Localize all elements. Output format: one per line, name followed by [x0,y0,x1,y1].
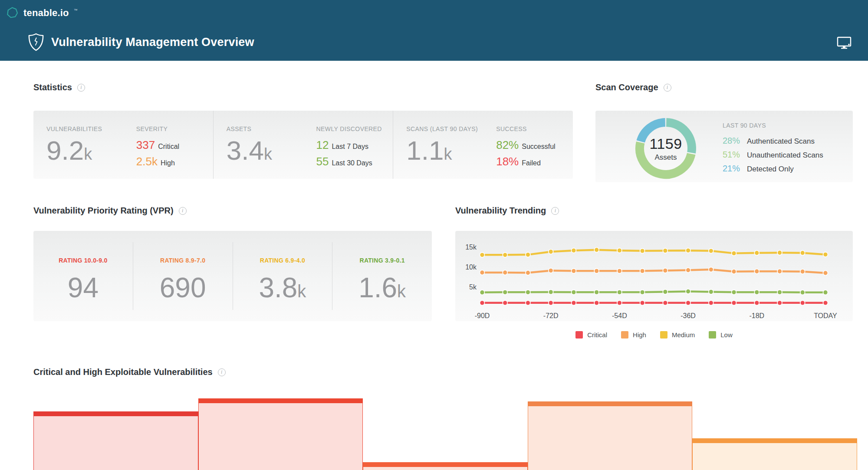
svg-text:15k: 15k [465,243,477,251]
stats-group-scans: SCANS (LAST 90 DAYS) 1.1k SUCCESS 82%Suc… [393,111,573,179]
stat-row-critical: 337Critical [136,138,213,152]
legend-item-high[interactable]: High [621,331,646,339]
scan-coverage-info-icon[interactable] [664,84,671,92]
stat-big-value: 3.4k [227,137,303,168]
vpr-bucket-value: 94 [33,273,133,306]
scan-coverage-card: 1159 Assets LAST 90 DAYS 28% Authenticat… [595,111,853,182]
vpr-bucket-value: 690 [133,273,233,306]
monitor-icon [837,36,852,49]
stat-assets: ASSETS 3.4k [214,111,303,179]
legend-swatch [621,331,628,339]
vpr-card: RATING 10.0-9.0 94 RATING 8.9-7.0 690 RA… [33,231,432,321]
shield-icon [28,32,44,52]
stat-label: VULNERABILITIES [46,125,123,132]
section-title-text: Scan Coverage [595,82,658,92]
exploit-bar[interactable] [33,411,198,470]
stats-group-assets: ASSETS 3.4k NEWLY DISCOVERED 12Last 7 Da… [213,111,393,179]
dashboard-screen: tenable.io™ Vulnerability Management Ove… [0,0,868,470]
legend-item-medium[interactable]: Medium [660,331,695,339]
exploitable-section-title: Critical and High Exploitable Vulnerabil… [33,367,226,377]
legend-swatch [709,331,716,339]
trending-info-icon[interactable] [551,207,559,215]
stat-big-value: 1.1k [406,137,483,168]
legend-item-critical[interactable]: Critical [575,331,607,339]
scan-row-unauthenticated: 51% Unauthenticated Scans [723,150,823,160]
brand-text: tenable.io [23,7,69,19]
vpr-bucket-label: RATING 10.0-9.0 [33,257,133,264]
scan-period-label: LAST 90 DAYS [723,122,823,129]
exploit-bar[interactable] [528,401,693,470]
svg-text:10k: 10k [465,263,477,271]
section-title-text: Critical and High Exploitable Vulnerabil… [33,367,213,377]
trend-legend: Critical High Medium Low [455,331,853,339]
donut-center: 1159 Assets [635,118,696,179]
vpr-bucket-high: RATING 8.9-7.0 690 [133,231,233,321]
exploitable-bar-chart [33,391,857,470]
legend-swatch [575,331,583,339]
display-settings-button[interactable] [837,36,852,51]
statistics-section-title: Statistics [33,82,85,92]
page-header: Vulnerability Management Overview [28,32,254,52]
stat-label: SEVERITY [136,125,213,132]
svg-text:-18D: -18D [749,312,764,319]
vpr-section-title: Vulnerability Priority Rating (VPR) [33,206,187,216]
svg-text:-54D: -54D [612,312,627,319]
scan-coverage-section-title: Scan Coverage [595,82,671,92]
stat-row-failed: 18%Failed [496,155,573,168]
legend-item-low[interactable]: Low [709,331,733,339]
legend-swatch [660,331,667,339]
section-title-text: Statistics [33,82,72,92]
section-title-text: Vulnerability Trending [455,206,546,216]
stat-row-high: 2.5kHigh [136,155,213,168]
vpr-bucket-label: RATING 8.9-7.0 [133,257,233,264]
stat-label: SUCCESS [496,125,573,132]
vpr-bucket-critical: RATING 10.0-9.0 94 [33,231,133,321]
tenable-logo-icon [5,6,19,20]
top-navbar: tenable.io™ Vulnerability Management Ove… [0,0,868,61]
vulnerability-trending-card: 15k10k5k-90D-72D-54D-36D-18DTODAY [455,231,853,321]
svg-text:5k: 5k [469,283,477,291]
vulnerability-trending-line-chart[interactable]: 15k10k5k-90D-72D-54D-36D-18DTODAY [455,231,853,321]
stat-row-successful: 82%Successful [496,138,573,152]
scan-coverage-legend: LAST 90 DAYS 28% Authenticated Scans 51%… [723,122,823,177]
brand-trademark: ™ [74,8,78,13]
vpr-bucket-low: RATING 3.9-0.1 1.6k [332,231,432,321]
statistics-info-icon[interactable] [77,84,85,92]
vpr-bucket-value: 3.8k [233,273,332,306]
trending-section-title: Vulnerability Trending [455,206,559,216]
page-title: Vulnerability Management Overview [51,36,254,49]
vpr-info-icon[interactable] [179,207,187,215]
stat-vulnerabilities: VULNERABILITIES 9.2k [33,111,123,179]
vpr-bucket-label: RATING 6.9-4.0 [233,257,332,264]
exploitable-info-icon[interactable] [218,368,226,376]
svg-text:TODAY: TODAY [814,312,837,319]
stat-big-value: 9.2k [46,137,123,168]
svg-text:-72D: -72D [543,312,559,319]
stat-label: NEWLY DISCOVERED [316,125,393,132]
stats-group-vulnerabilities: VULNERABILITIES 9.2k SEVERITY 337Critica… [33,111,213,179]
vpr-bucket-label: RATING 3.9-0.1 [332,257,432,264]
stat-newly-discovered: NEWLY DISCOVERED 12Last 7 Days 55Last 30… [303,111,393,179]
section-title-text: Vulnerability Priority Rating (VPR) [33,206,174,216]
stat-label: SCANS (LAST 90 DAYS) [406,125,483,132]
stat-severity: SEVERITY 337Critical 2.5kHigh [123,111,213,179]
exploit-bar[interactable] [692,438,857,470]
vpr-bucket-medium: RATING 6.9-4.0 3.8k [233,231,332,321]
stat-row-last30: 55Last 30 Days [316,155,393,168]
scan-row-authenticated: 28% Authenticated Scans [723,136,823,146]
svg-text:-90D: -90D [475,312,490,319]
brand[interactable]: tenable.io™ [5,6,78,20]
vpr-bucket-value: 1.6k [332,273,432,306]
svg-text:-36D: -36D [681,312,696,319]
exploit-bar[interactable] [363,462,528,470]
donut-asset-label: Assets [654,153,677,162]
stat-scans: SCANS (LAST 90 DAYS) 1.1k [393,111,483,179]
scan-row-detected-only: 21% Detected Only [723,164,823,174]
statistics-card: VULNERABILITIES 9.2k SEVERITY 337Critica… [33,111,573,179]
stat-row-last7: 12Last 7 Days [316,138,393,152]
stat-label: ASSETS [227,125,303,132]
donut-asset-count: 1159 [649,135,682,152]
stat-success: SUCCESS 82%Successful 18%Failed [483,111,573,179]
exploit-bar[interactable] [198,398,363,470]
